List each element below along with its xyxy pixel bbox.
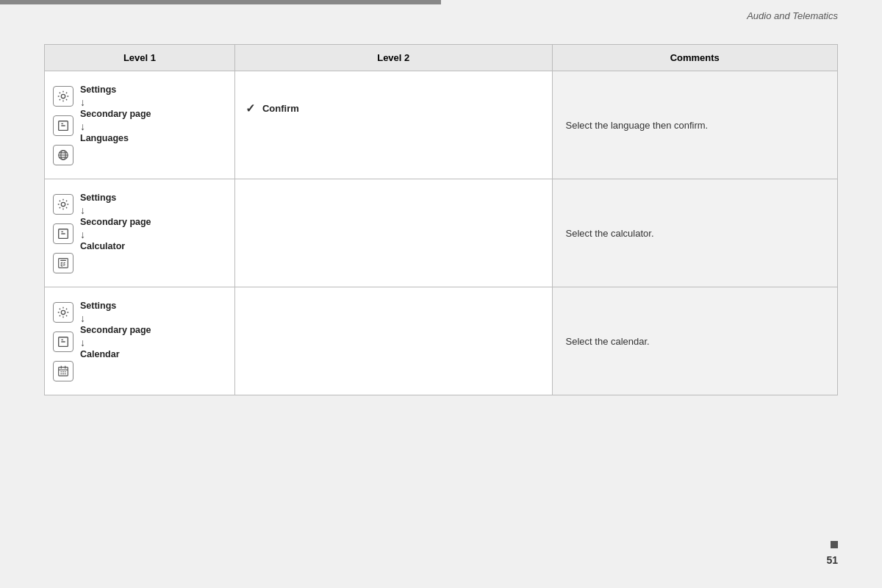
page-footer: 51: [826, 541, 838, 566]
arrow-1a: ↓: [80, 97, 85, 107]
col-header-level1: Level 1: [45, 45, 235, 71]
level2-cell-calculator: [234, 179, 552, 287]
table-row-calendar: Settings ↓ Secondary page ↓ Calendar Sel…: [45, 287, 838, 395]
footer-square: [831, 541, 838, 548]
label-settings-3: Settings: [80, 301, 116, 312]
arrow-2a: ↓: [80, 205, 85, 215]
comment-text-calendar: Select the calendar.: [566, 336, 650, 347]
check-mark-languages: ✓: [245, 101, 255, 115]
comment-text-languages: Select the language then confirm.: [566, 120, 709, 131]
arrow-3b: ↓: [80, 337, 85, 348]
settings-icon: [53, 86, 74, 107]
calendar-icon: [53, 361, 74, 381]
label-secondary-3: Secondary page: [80, 325, 151, 336]
table-row-languages: Settings ↓ Secondary page ↓ Languages ✓ …: [45, 71, 838, 179]
label-settings-2: Settings: [80, 193, 116, 204]
settings-icon-3: [53, 302, 74, 323]
level1-cell-calendar: Settings ↓ Secondary page ↓ Calendar: [45, 287, 235, 395]
labels-col-languages: Settings ↓ Secondary page ↓ Languages: [76, 85, 151, 165]
label-calculator: Calculator: [80, 241, 125, 252]
comment-cell-languages: Select the language then confirm.: [552, 71, 837, 179]
svg-point-4: [61, 202, 65, 206]
page-number: 51: [826, 554, 838, 566]
languages-icon: [53, 145, 74, 165]
comment-cell-calculator: Select the calculator.: [552, 179, 837, 287]
page-header: Audio and Telematics: [747, 10, 838, 21]
icons-col-calc: [51, 193, 76, 273]
label-languages: Languages: [80, 133, 129, 144]
secondary-page-icon: [53, 115, 74, 136]
header-title: Audio and Telematics: [747, 10, 838, 21]
level2-cell-calendar: [234, 287, 552, 395]
col-header-level2: Level 2: [234, 45, 552, 71]
table-row-calculator: Settings ↓ Secondary page ↓ Calculator S…: [45, 179, 838, 287]
icons-col-cal: [51, 301, 76, 381]
comment-cell-calendar: Select the calendar.: [552, 287, 837, 395]
labels-col-calculator: Settings ↓ Secondary page ↓ Calculator: [76, 193, 151, 273]
svg-point-0: [61, 94, 65, 98]
level2-cell-languages: ✓ Confirm: [234, 71, 552, 179]
top-bar: [0, 0, 441, 4]
label-calendar: Calendar: [80, 349, 120, 360]
main-content: Level 1 Level 2 Comments: [44, 44, 838, 395]
col-header-comments: Comments: [552, 45, 837, 71]
calculator-icon: [53, 253, 74, 273]
labels-col-calendar: Settings ↓ Secondary page ↓ Calendar: [76, 301, 151, 381]
navigation-table: Level 1 Level 2 Comments: [44, 44, 838, 395]
label-secondary-2: Secondary page: [80, 217, 151, 228]
settings-icon-2: [53, 194, 74, 215]
secondary-page-icon-2: [53, 223, 74, 244]
arrow-1b: ↓: [80, 121, 85, 132]
svg-point-14: [61, 310, 65, 314]
level1-cell-calculator: Settings ↓ Secondary page ↓ Calculator: [45, 179, 235, 287]
label-secondary-1: Secondary page: [80, 109, 151, 120]
confirm-label: Confirm: [262, 103, 299, 114]
icons-col: [51, 85, 76, 165]
arrow-3a: ↓: [80, 313, 85, 323]
secondary-page-icon-3: [53, 331, 74, 352]
arrow-2b: ↓: [80, 229, 85, 240]
comment-text-calculator: Select the calculator.: [566, 228, 654, 239]
level1-cell-languages: Settings ↓ Secondary page ↓ Languages: [45, 71, 235, 179]
label-settings-1: Settings: [80, 85, 116, 96]
